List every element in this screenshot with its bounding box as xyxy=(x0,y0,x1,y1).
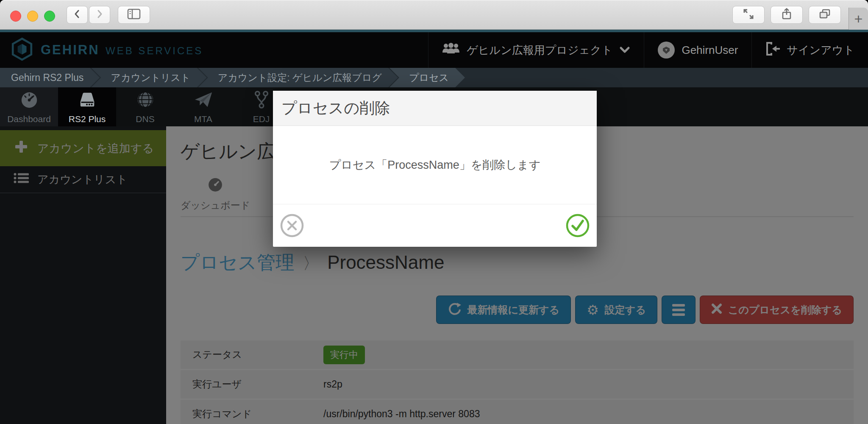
nav-tab-label: MTA xyxy=(194,114,212,124)
header-right: ゲヒルン広報用プロジェクト GehirnUser サインアウト xyxy=(428,32,868,68)
back-icon xyxy=(72,8,83,21)
screen: + GEHIRN WEB SERVICES xyxy=(0,0,868,424)
fullscreen-icon xyxy=(742,8,755,22)
tab-overview-button[interactable] xyxy=(809,6,841,24)
dashboard-gauge-icon xyxy=(19,90,39,111)
plus-icon: + xyxy=(854,11,863,27)
brand-suffix: WEB SERVICES xyxy=(106,45,203,56)
new-tab-button[interactable]: + xyxy=(849,8,868,30)
browser-sidebar-toggle-button[interactable] xyxy=(118,6,150,24)
hexagon-logo-icon xyxy=(11,37,33,63)
user-name: GehirnUser xyxy=(682,44,738,57)
back-button[interactable] xyxy=(67,6,88,24)
breadcrumb-item-account-settings[interactable]: アカウント設定: ゲヒルン広報ブログ xyxy=(198,68,398,87)
avatar xyxy=(658,42,675,59)
chevron-down-icon xyxy=(619,44,630,57)
modal-confirm-button[interactable] xyxy=(565,213,590,238)
nav-tab-rs2plus[interactable]: RS2 Plus xyxy=(58,87,116,126)
modal-footer xyxy=(273,204,597,246)
nav-tab-dns[interactable]: DNS xyxy=(116,87,174,126)
breadcrumb-item-account-list[interactable]: アカウントリスト xyxy=(91,68,206,87)
modal-body: プロセス「ProcessName」を削除します xyxy=(273,126,597,204)
browser-toolbar: + xyxy=(0,0,868,30)
globe-icon xyxy=(136,90,155,111)
git-branch-icon xyxy=(252,90,271,111)
server-icon xyxy=(78,90,97,111)
modal-header: プロセスの削除 xyxy=(273,91,597,126)
project-label: ゲヒルン広報用プロジェクト xyxy=(467,43,612,58)
site-header: GEHIRN WEB SERVICES ゲヒルン広報用プロジェクト xyxy=(0,32,868,68)
nav-tab-label: RS2 Plus xyxy=(69,114,106,124)
modal-message: プロセス「ProcessName」を削除します xyxy=(329,157,541,173)
nav-tab-mta[interactable]: MTA xyxy=(174,87,232,126)
people-icon xyxy=(442,42,460,58)
share-icon xyxy=(781,8,793,22)
sidebar-toggle-icon xyxy=(127,8,141,21)
minimize-window-button[interactable] xyxy=(27,11,38,22)
share-button[interactable] xyxy=(771,6,803,24)
fullscreen-button[interactable] xyxy=(732,6,765,24)
zoom-window-button[interactable] xyxy=(44,11,55,22)
forward-icon xyxy=(94,8,105,21)
nav-tab-label: EDJ xyxy=(253,114,270,124)
nav-tab-dashboard[interactable]: Dashboard xyxy=(0,87,58,126)
project-selector[interactable]: ゲヒルン広報用プロジェクト xyxy=(428,32,644,68)
nav-tab-label: DNS xyxy=(136,114,154,124)
user-menu[interactable]: GehirnUser xyxy=(644,32,751,68)
nav-tab-label: Dashboard xyxy=(7,114,51,124)
delete-process-modal: プロセスの削除 プロセス「ProcessName」を削除します xyxy=(273,91,597,247)
gehirn-logo: GEHIRN WEB SERVICES xyxy=(0,37,203,63)
window-controls xyxy=(10,11,55,22)
breadcrumb: Gehirn RS2 Plus アカウントリスト アカウント設定: ゲヒルン広報… xyxy=(0,68,868,87)
breadcrumb-item-rs2plus[interactable]: Gehirn RS2 Plus xyxy=(0,68,100,87)
paper-plane-icon xyxy=(194,90,213,111)
breadcrumb-item-process[interactable]: プロセス xyxy=(389,68,465,87)
signout-door-icon xyxy=(765,41,780,59)
signout-label: サインアウト xyxy=(787,43,854,58)
brand-name: GEHIRN xyxy=(41,42,100,57)
modal-cancel-button[interactable] xyxy=(280,213,304,238)
close-window-button[interactable] xyxy=(10,11,21,22)
signout-button[interactable]: サインアウト xyxy=(751,32,868,68)
forward-button[interactable] xyxy=(89,6,110,24)
tab-overview-icon xyxy=(818,8,831,22)
modal-title: プロセスの削除 xyxy=(281,98,390,119)
